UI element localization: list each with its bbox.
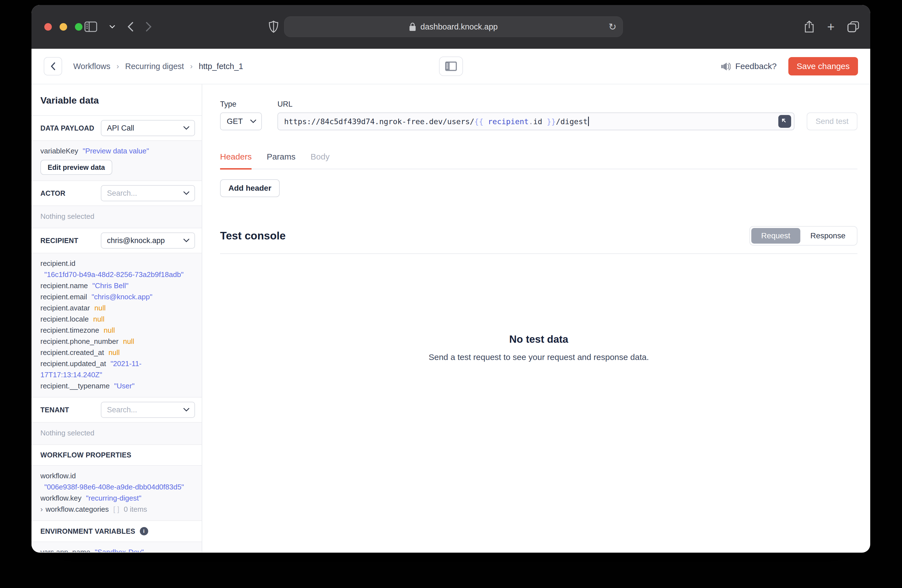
expand-url-editor-button[interactable]: [778, 115, 791, 128]
workflow-id-value-row: "006e938f-98e6-408e-a9de-dbb04d0f83d5": [41, 482, 193, 493]
save-changes-button[interactable]: Save changes: [788, 57, 858, 75]
breadcrumb-separator: ›: [116, 62, 119, 71]
back-icon[interactable]: [127, 22, 133, 32]
tab-body[interactable]: Body: [311, 152, 330, 169]
actor-label: ACTOR: [41, 189, 66, 197]
tab-params[interactable]: Params: [266, 152, 295, 169]
expand-chevron-icon[interactable]: ›: [41, 505, 43, 513]
preview-data-kv: variableKey"Preview data value": [41, 145, 193, 156]
actor-select[interactable]: Search...: [101, 185, 195, 201]
minimize-window-button[interactable]: [60, 23, 67, 31]
tab-overview-icon[interactable]: [847, 21, 859, 32]
sidebar-menu-chevron-down-icon[interactable]: [110, 25, 115, 29]
recipient-locale-row: recipient.localenull: [41, 313, 193, 325]
breadcrumb-workflows[interactable]: Workflows: [73, 62, 110, 71]
privacy-shield-icon[interactable]: [269, 5, 278, 48]
tenant-placeholder: Search...: [107, 406, 137, 414]
recipient-id-value-row: "16c1fd70-b49a-48d2-8256-73a2b9f18adb": [41, 269, 193, 280]
megaphone-icon: [721, 61, 731, 71]
recipient-id-key-row: recipient.id: [41, 258, 193, 269]
toggle-request[interactable]: Request: [751, 228, 800, 244]
url-input[interactable]: https://84c5df439d74.ngrok-free.dev/user…: [277, 113, 794, 130]
url-prop: id: [533, 117, 542, 126]
method-select[interactable]: GET: [220, 113, 262, 130]
close-window-button[interactable]: [44, 23, 52, 31]
workflow-properties-block: workflow.id "006e938f-98e6-408e-a9de-dbb…: [31, 465, 202, 521]
url-suffix: /digest: [556, 117, 587, 126]
chevron-down-icon: [183, 126, 189, 130]
request-editor: Type GET URL https://84c5df439d74.ngrok-…: [202, 84, 870, 552]
lock-icon: [409, 22, 416, 31]
url-close-brace: }}: [542, 117, 556, 126]
sidebar-toggle-icon[interactable]: [85, 22, 97, 32]
info-icon[interactable]: i: [140, 527, 148, 535]
categories-brackets: [ ]: [113, 505, 119, 513]
recipient-created-row: recipient.created_atnull: [41, 347, 193, 358]
recipient-id-value: "16c1fd70-b49a-48d2-8256-73a2b9f18adb": [44, 271, 183, 279]
actor-empty-note: Nothing selected: [41, 211, 193, 222]
chrome-left-toolbar: [85, 5, 152, 48]
toggle-sidebar-panel-button[interactable]: [439, 56, 463, 76]
recipient-phone-row: recipient.phone_numbernull: [41, 336, 193, 347]
data-payload-select[interactable]: API Call: [101, 120, 195, 136]
workflow-key-row: workflow.key"recurring-digest": [41, 493, 193, 504]
url-label: URL: [277, 100, 794, 109]
expand-arrow-icon: [781, 118, 788, 125]
chevron-down-icon: [183, 408, 189, 412]
recipient-select[interactable]: chris@knock.app: [101, 233, 195, 249]
preview-key: variableKey: [41, 147, 78, 155]
chevron-left-icon: [50, 62, 55, 70]
recipient-email-row: recipient.email"chris@knock.app": [41, 291, 193, 302]
chevron-down-icon: [183, 239, 189, 242]
request-response-toggle: Request Response: [749, 226, 857, 246]
send-test-button[interactable]: Send test: [807, 113, 857, 130]
new-tab-icon[interactable]: +: [827, 20, 835, 33]
data-payload-value: API Call: [107, 124, 134, 133]
tenant-select[interactable]: Search...: [101, 402, 195, 418]
recipient-avatar-row: recipient.avatarnull: [41, 302, 193, 313]
fullscreen-window-button[interactable]: [75, 23, 83, 31]
recipient-typename-row: recipient.__typename"User": [41, 380, 193, 391]
data-payload-row: DATA PAYLOAD API Call: [31, 115, 202, 140]
toggle-response[interactable]: Response: [800, 228, 855, 244]
url-variable: recipient: [488, 117, 529, 126]
recipient-updated-row: recipient.updated_at"2021-11-17T17:13:14…: [41, 358, 193, 380]
preview-data-block: variableKey"Preview data value" Edit pre…: [31, 140, 202, 181]
recipient-id-key: recipient.id: [41, 259, 75, 267]
browser-chrome: dashboard.knock.app ↻ +: [31, 5, 870, 49]
workflow-properties-label: WORKFLOW PROPERTIES: [41, 451, 132, 459]
categories-count: 0 items: [124, 505, 147, 513]
tab-headers[interactable]: Headers: [220, 152, 252, 170]
add-header-button[interactable]: Add header: [220, 179, 280, 197]
empty-state-title: No test data: [220, 333, 857, 345]
variable-data-sidebar: Variable data DATA PAYLOAD API Call vari…: [31, 84, 202, 552]
breadcrumb-separator: ›: [190, 62, 193, 71]
type-label: Type: [220, 100, 262, 109]
page-header: Workflows › Recurring digest › http_fetc…: [31, 49, 870, 84]
share-icon[interactable]: [804, 20, 814, 33]
url-dot: .: [529, 117, 533, 126]
environment-variables-label: ENVIRONMENT VARIABLES: [41, 527, 135, 535]
chrome-right-toolbar: +: [804, 5, 859, 48]
workflow-properties-heading: WORKFLOW PROPERTIES: [31, 445, 202, 465]
back-button[interactable]: [44, 57, 62, 75]
recipient-label: RECIPIENT: [41, 237, 78, 245]
recipient-timezone-row: recipient.timezonenull: [41, 325, 193, 336]
tenant-empty-note: Nothing selected: [41, 427, 193, 439]
window-controls: [44, 5, 83, 48]
header-actions: Feedback? Save changes: [721, 57, 858, 75]
edit-preview-data-button[interactable]: Edit preview data: [41, 160, 112, 175]
tenant-row: TENANT Search...: [31, 397, 202, 422]
address-bar[interactable]: dashboard.knock.app ↻: [284, 16, 623, 37]
preview-value: "Preview data value": [83, 147, 149, 155]
panel-layout-icon: [445, 61, 457, 71]
breadcrumb-workflow-name[interactable]: Recurring digest: [125, 62, 184, 71]
empty-state-subtitle: Send a test request to see your request …: [220, 352, 857, 362]
test-console-header: Test console Request Response: [220, 226, 857, 246]
reload-icon[interactable]: ↻: [609, 21, 617, 32]
forward-icon[interactable]: [146, 22, 152, 32]
workflow-categories-row[interactable]: ›workflow.categories[ ]0 items: [41, 504, 193, 515]
feedback-label: Feedback?: [735, 61, 777, 71]
feedback-link[interactable]: Feedback?: [721, 61, 777, 71]
vars-app-name-row: vars.app_name"Sandbox-Dev": [41, 547, 193, 552]
